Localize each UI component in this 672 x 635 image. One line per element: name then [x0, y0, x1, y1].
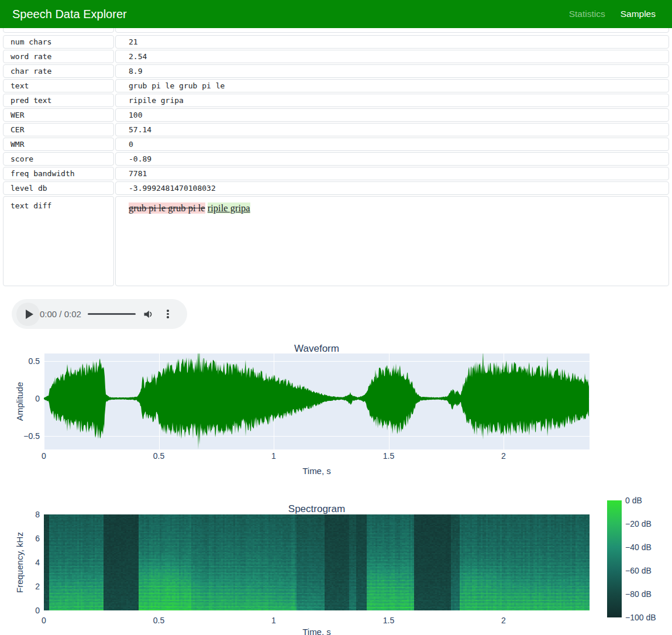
field-value: grub pi le grub pi le: [115, 79, 669, 92]
table-row-clipped: [3, 28, 669, 33]
y-tick-label: 0: [0, 606, 40, 615]
table-row: WER100: [3, 108, 669, 122]
diff-inserted-text: ripile gripa: [208, 202, 250, 214]
overflow-menu-icon[interactable]: [165, 308, 171, 320]
x-tick-label: 0.5: [153, 616, 164, 625]
table-row: word rate2.54: [3, 50, 669, 63]
header-nav: StatisticsSamples: [569, 0, 656, 28]
x-tick-label: 2: [501, 616, 506, 625]
colorbar-tick-label: 0 dB: [625, 496, 642, 505]
field-label: WER: [3, 108, 114, 122]
spectrogram-title: Spectrogram: [44, 503, 590, 515]
y-tick-label: 6: [0, 534, 40, 543]
sample-fields-table: num chars21word rate2.54char rate8.9text…: [3, 28, 669, 287]
x-tick-label: 1: [271, 616, 276, 625]
field-value: 0: [115, 138, 669, 151]
field-value: 2.54: [115, 50, 669, 63]
table-row: score-0.89: [3, 152, 669, 166]
app-header: Speech Data Explorer StatisticsSamples: [0, 0, 672, 28]
field-value: ripile gripa: [115, 94, 669, 107]
audio-time: 0:00 / 0:02: [40, 299, 81, 329]
table-row: pred textripile gripa: [3, 94, 669, 107]
field-value: 7781: [115, 167, 669, 180]
y-tick-label: 8: [0, 510, 40, 519]
colorbar-tick-label: −20 dB: [625, 519, 652, 528]
field-value: grub pi le grub pi le ripile gripa: [115, 196, 669, 286]
nav-item-statistics[interactable]: Statistics: [569, 9, 605, 19]
play-icon: [26, 310, 33, 319]
field-value: 57.14: [115, 123, 669, 136]
y-tick-label: 2: [0, 582, 40, 591]
field-value: 100: [115, 108, 669, 122]
colorbar-tick-label: −40 dB: [625, 543, 652, 552]
waveform-xlabel: Time, s: [44, 466, 590, 476]
field-value: 8.9: [115, 64, 669, 78]
field-label: [3, 28, 114, 33]
spectrogram-xlabel: Time, s: [44, 627, 590, 635]
x-tick-label: 0.5: [153, 451, 164, 461]
colorbar-tick-label: −80 dB: [625, 589, 652, 599]
field-value: -0.89: [115, 152, 669, 166]
x-tick-label: 2: [501, 451, 506, 461]
field-label: WMR: [3, 138, 114, 151]
y-tick-label: 0.5: [0, 356, 40, 366]
x-tick-label: 1.5: [383, 616, 394, 625]
table-row: level db-3.9992481470108032: [3, 181, 669, 195]
volume-icon[interactable]: [143, 308, 154, 320]
x-tick-label: 0: [42, 451, 46, 461]
page: Speech Data Explorer StatisticsSamples n…: [0, 0, 672, 635]
field-label: level db: [3, 181, 114, 195]
colorbar-tick-label: −60 dB: [625, 566, 652, 575]
y-tick-label: 4: [0, 558, 40, 567]
field-label: text diff: [3, 196, 114, 286]
x-tick-label: 1.5: [383, 451, 394, 461]
table-row: textgrub pi le grub pi le: [3, 79, 669, 92]
field-label: score: [3, 152, 114, 166]
table-row: char rate8.9: [3, 64, 669, 78]
field-value: 21: [115, 35, 669, 49]
spectrogram-figure: Spectrogram Frequency, kHz Time, s 86420…: [0, 500, 672, 635]
field-label: num chars: [3, 35, 114, 49]
seek-slider[interactable]: [88, 313, 136, 315]
table-row-diff: text diffgrub pi le grub pi le ripile gr…: [3, 196, 669, 286]
y-tick-label: 0: [0, 394, 40, 403]
page-title: Speech Data Explorer: [12, 0, 127, 28]
y-tick-label: −0.5: [0, 431, 40, 441]
table-row: num chars21: [3, 35, 669, 49]
audio-player[interactable]: 0:00 / 0:02: [12, 299, 187, 329]
table-row: WMR0: [3, 138, 669, 151]
diff-deleted-text: grub pi le grub pi le: [129, 202, 205, 214]
field-label: pred text: [3, 94, 114, 107]
waveform-title: Waveform: [44, 343, 590, 355]
field-label: word rate: [3, 50, 114, 63]
waveform-figure: Waveform Amplitude Time, s 0.50−0.500.51…: [0, 339, 672, 480]
text-diff: grub pi le grub pi le ripile gripa: [129, 201, 250, 214]
field-label: CER: [3, 123, 114, 136]
table-row: freq bandwidth7781: [3, 167, 669, 180]
colorbar-tick-label: −100 dB: [625, 613, 656, 622]
field-label: char rate: [3, 64, 114, 78]
field-value: [115, 28, 669, 33]
field-label: text: [3, 79, 114, 92]
table-row: CER57.14: [3, 123, 669, 136]
colorbar: [607, 500, 622, 617]
play-button[interactable]: [16, 303, 40, 326]
field-label: freq bandwidth: [3, 167, 114, 180]
field-value: -3.9992481470108032: [115, 181, 669, 195]
x-tick-label: 1: [271, 451, 276, 461]
waveform-plot[interactable]: [44, 353, 590, 449]
nav-item-samples[interactable]: Samples: [621, 9, 656, 19]
x-tick-label: 0: [42, 616, 46, 625]
spectrogram-plot[interactable]: [44, 514, 590, 610]
